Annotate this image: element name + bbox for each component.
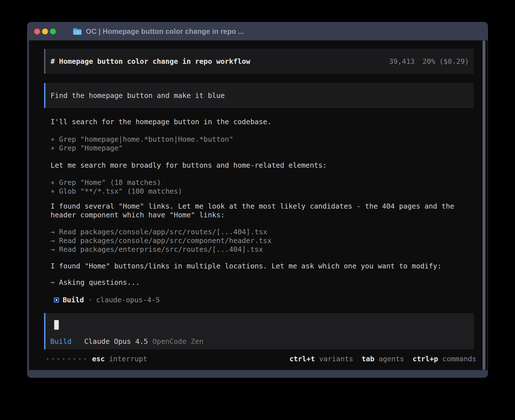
user-message-text: Find the homepage button and make it blu… [51, 91, 225, 100]
agent-name: Build [63, 296, 84, 304]
assistant-status: ~ Asking questions... [51, 278, 140, 287]
input-provider-label: OpenCode Zen [152, 337, 204, 346]
tool-call-read: → Read packages/console/app/src/routes/[… [51, 228, 267, 236]
tool-call-grep: ∗ Grep "homepage|home.*button|Home.*butt… [51, 135, 233, 144]
zoom-button[interactable] [50, 29, 56, 34]
desktop: OC | Homepage button color change in rep… [0, 0, 515, 420]
footer-right: ctrl+t variants tab agents ctrl+p comman… [289, 355, 476, 363]
separator-dot: · [88, 296, 92, 304]
text-cursor [54, 320, 59, 330]
spinner-dots-icon [47, 358, 86, 360]
shortcut-variants: ctrl+t variants [289, 355, 353, 363]
window-title: OC | Homepage button color change in rep… [86, 27, 244, 36]
tool-call-read: → Read packages/console/app/src/componen… [51, 236, 272, 245]
assistant-text: Let me search more broadly for buttons a… [51, 161, 327, 170]
shortcut-agents: tab agents [362, 355, 404, 363]
minimize-button[interactable] [42, 29, 48, 34]
assistant-text: I found several "Home" links. Let me loo… [51, 202, 460, 219]
input-status-row: Build Claude Opus 4.5 OpenCode Zen [50, 337, 204, 346]
session-stats: 39,413 20% ($0.29) [389, 57, 469, 66]
title-group: OC | Homepage button color change in rep… [73, 27, 244, 36]
assistant-text: I'll search for the homepage button in t… [51, 117, 272, 126]
prompt-input[interactable]: Build Claude Opus 4.5 OpenCode Zen [44, 313, 474, 349]
assistant-text: I found "Home" buttons/links in multiple… [51, 262, 442, 270]
agent-square-icon [54, 298, 59, 303]
window-bottom-edge [27, 370, 488, 377]
context-percent: 20% [422, 57, 435, 66]
shortcut-key: tab [362, 355, 374, 363]
terminal-window: OC | Homepage button color change in rep… [27, 22, 488, 378]
traffic-lights [27, 29, 56, 34]
model-name: claude-opus-4-5 [96, 296, 160, 304]
user-message: Find the homepage button and make it blu… [44, 83, 474, 108]
footer-left: esc interrupt [47, 355, 147, 363]
token-count: 39,413 [389, 57, 414, 66]
tool-call-grep: ∗ Grep "Home" (18 matches) [51, 178, 161, 187]
shortcut-commands: ctrl+p commands [413, 355, 476, 363]
shortcut-label: variants [319, 355, 353, 363]
close-button[interactable] [34, 29, 40, 34]
shortcut-label: agents [379, 355, 404, 363]
tool-call-glob: ∗ Glob "**/*.tsx" (100 matches) [51, 187, 182, 196]
input-agent-label: Build [50, 337, 71, 346]
tool-call-grep: ∗ Grep "Homepage" [51, 144, 123, 152]
folder-icon [73, 28, 82, 35]
session-header: # Homepage button color change in repo w… [44, 49, 474, 74]
agent-status-line: Build · claude-opus-4-5 [54, 296, 160, 304]
shortcut-key: ctrl+t [289, 355, 315, 363]
window-left-edge [27, 40, 29, 370]
shortcut-label: commands [442, 355, 476, 363]
titlebar[interactable]: OC | Homepage button color change in rep… [27, 22, 488, 40]
session-cost: ($0.29) [439, 57, 469, 66]
footer-bar: esc interrupt ctrl+t variants tab agents… [27, 355, 488, 363]
input-model-label: Claude Opus 4.5 [84, 337, 148, 346]
shortcut-key-esc: esc [92, 355, 105, 363]
tool-call-read: → Read packages/enterprise/src/routes/[.… [51, 245, 263, 254]
shortcut-key: ctrl+p [413, 355, 438, 363]
shortcut-label-interrupt: interrupt [109, 355, 147, 363]
scrollbar[interactable] [483, 40, 485, 370]
session-title: # Homepage button color change in repo w… [51, 57, 250, 66]
